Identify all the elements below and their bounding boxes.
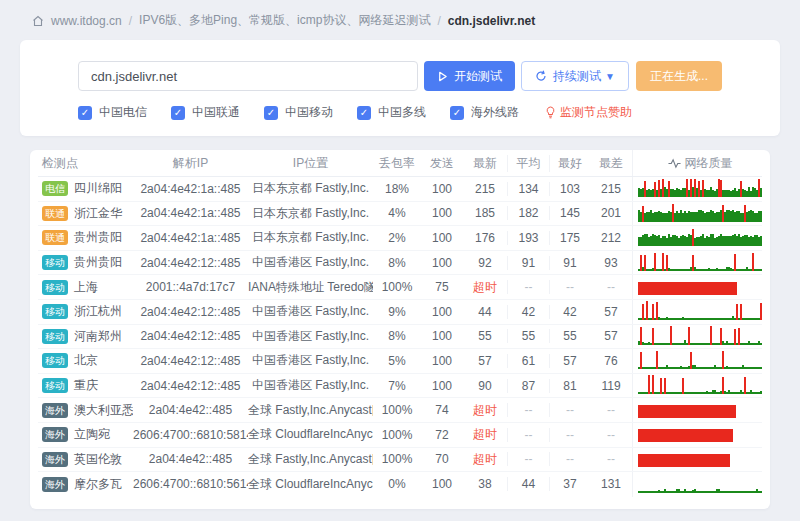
- breadcrumb-section-link[interactable]: IPV6版、多地Ping、常规版、icmp协议、网络延迟测试: [139, 12, 430, 29]
- packet-loss-cell: 100%: [373, 452, 421, 466]
- continuous-test-label: 持续测试: [553, 68, 601, 85]
- ip-location-cell: 中国香港区 Fastly,Inc.: [248, 377, 373, 394]
- home-icon: [32, 15, 44, 27]
- sent-cell: 100: [421, 206, 463, 220]
- carrier-badge: 移动: [42, 304, 68, 319]
- generating-button[interactable]: 正在生成...: [636, 61, 722, 91]
- latest-cell: 55: [463, 329, 507, 343]
- average-cell: 61: [507, 354, 550, 368]
- quality-sparkline: [638, 326, 762, 347]
- node-name: 四川绵阳: [74, 181, 122, 195]
- table-row: 移动北京 2a04:4e42:12::485 中国香港区 Fastly,Inc.…: [38, 349, 762, 374]
- node-cell: 海外澳大利亚悉尼: [38, 402, 133, 419]
- continuous-test-button[interactable]: 持续测试 ▼: [521, 61, 629, 91]
- checkbox-overseas[interactable]: ✓ 海外线路: [450, 104, 519, 121]
- carrier-badge: 联通: [42, 206, 68, 221]
- packet-loss-cell: 9%: [373, 305, 421, 319]
- quality-cell: [632, 300, 762, 324]
- latest-cell: 超时: [463, 426, 507, 443]
- ip-location-cell: 全球 CloudflareIncAnycast网段: [248, 476, 373, 493]
- carrier-badge: 移动: [42, 329, 68, 344]
- node-cell: 海外摩尔多瓦: [38, 476, 133, 493]
- checkbox-china-multiline[interactable]: ✓ 中国多线: [357, 104, 426, 121]
- breadcrumb-home-link[interactable]: www.itdog.cn: [51, 14, 122, 28]
- sent-cell: 100: [421, 477, 463, 491]
- best-cell: 145: [550, 206, 590, 220]
- carrier-badge: 移动: [42, 280, 68, 295]
- worst-cell: --: [590, 403, 632, 417]
- quality-cell: [632, 472, 762, 497]
- node-name: 河南郑州: [74, 329, 122, 343]
- header-ip-location: IP位置: [248, 155, 373, 172]
- ip-location-cell: 中国香港区 Fastly,Inc.: [248, 328, 373, 345]
- average-cell: 55: [507, 329, 550, 343]
- table-row: 联通贵州贵阳 2a04:4e42:1a::485 日本东京都 Fastly,In…: [38, 226, 762, 251]
- average-cell: --: [507, 428, 550, 442]
- best-cell: 57: [550, 354, 590, 368]
- best-cell: 42: [550, 305, 590, 319]
- node-cell: 移动重庆: [38, 377, 133, 394]
- node-name: 英国伦敦: [74, 452, 122, 466]
- best-cell: --: [550, 428, 590, 442]
- table-body: 电信四川绵阳 2a04:4e42:1a::485 日本东京都 Fastly,In…: [38, 177, 762, 497]
- start-test-button[interactable]: 开始测试: [424, 61, 515, 91]
- ip-location-cell: 全球 Fastly,Inc.Anycast网段: [248, 402, 373, 419]
- breadcrumb-separator: /: [129, 14, 132, 28]
- sponsor-link[interactable]: 监测节点赞助: [545, 104, 632, 121]
- latest-cell: 185: [463, 206, 507, 220]
- sent-cell: 74: [421, 403, 463, 417]
- table-row: 移动贵州贵阳 2a04:4e42:12::485 中国香港区 Fastly,In…: [38, 251, 762, 276]
- quality-sparkline: [638, 400, 762, 421]
- sent-cell: 100: [421, 305, 463, 319]
- ip-location-cell: 中国香港区 Fastly,Inc.: [248, 254, 373, 271]
- average-cell: --: [507, 403, 550, 417]
- checkbox-checked-icon: ✓: [78, 106, 92, 120]
- worst-cell: 76: [590, 354, 632, 368]
- carrier-badge: 海外: [42, 403, 68, 418]
- quality-cell: [632, 325, 762, 349]
- host-input[interactable]: [78, 61, 418, 91]
- worst-cell: 212: [590, 231, 632, 245]
- breadcrumb: www.itdog.cn / IPV6版、多地Ping、常规版、icmp协议、网…: [32, 12, 780, 29]
- results-table: 检测点 解析IP IP位置 丢包率 发送 最新 平均 最好 最差 网络质量 电信…: [30, 150, 770, 509]
- node-cell: 海外立陶宛: [38, 426, 133, 443]
- resolved-ip-cell: 2a04:4e42:12::485: [133, 305, 248, 319]
- average-cell: 193: [507, 231, 550, 245]
- resolved-ip-cell: 2a04:4e42::485: [133, 452, 248, 466]
- checkbox-label: 中国多线: [378, 104, 426, 121]
- latest-cell: 超时: [463, 279, 507, 296]
- carrier-badge: 移动: [42, 255, 68, 270]
- refresh-icon: [535, 70, 547, 82]
- carrier-badge: 联通: [42, 230, 68, 245]
- resolved-ip-cell: 2a04:4e42::485: [133, 403, 248, 417]
- quality-cell: [632, 398, 762, 422]
- best-cell: 81: [550, 379, 590, 393]
- node-name: 上海: [74, 280, 98, 294]
- header-average: 平均: [507, 155, 550, 172]
- table-row: 移动重庆 2a04:4e42:12::485 中国香港区 Fastly,Inc.…: [38, 374, 762, 399]
- best-cell: 55: [550, 329, 590, 343]
- worst-cell: 93: [590, 256, 632, 270]
- header-resolved-ip: 解析IP: [133, 155, 248, 172]
- resolved-ip-cell: 2a04:4e42:12::485: [133, 329, 248, 343]
- checkbox-china-mobile[interactable]: ✓ 中国移动: [264, 104, 333, 121]
- table-row: 联通浙江金华 2a04:4e42:1a::485 日本东京都 Fastly,In…: [38, 202, 762, 227]
- node-name: 浙江杭州: [74, 304, 122, 318]
- worst-cell: 215: [590, 182, 632, 196]
- test-control-panel: 开始测试 持续测试 ▼ 正在生成... ✓ 中国电信 ✓ 中国联通: [20, 40, 780, 136]
- latest-cell: 215: [463, 182, 507, 196]
- checkbox-china-telecom[interactable]: ✓ 中国电信: [78, 104, 147, 121]
- resolved-ip-cell: 2a04:4e42:1a::485: [133, 206, 248, 220]
- quality-sparkline: [638, 474, 762, 495]
- best-cell: --: [550, 403, 590, 417]
- packet-loss-cell: 18%: [373, 182, 421, 196]
- node-cell: 联通贵州贵阳: [38, 229, 133, 246]
- latest-cell: 57: [463, 354, 507, 368]
- latest-cell: 超时: [463, 402, 507, 419]
- quality-sparkline: [638, 252, 762, 273]
- node-cell: 移动北京: [38, 352, 133, 369]
- checkbox-china-unicom[interactable]: ✓ 中国联通: [171, 104, 240, 121]
- node-name: 澳大利亚悉尼: [74, 403, 133, 417]
- chevron-down-icon: ▼: [605, 71, 615, 82]
- ip-location-cell: 中国香港区 Fastly,Inc.: [248, 303, 373, 320]
